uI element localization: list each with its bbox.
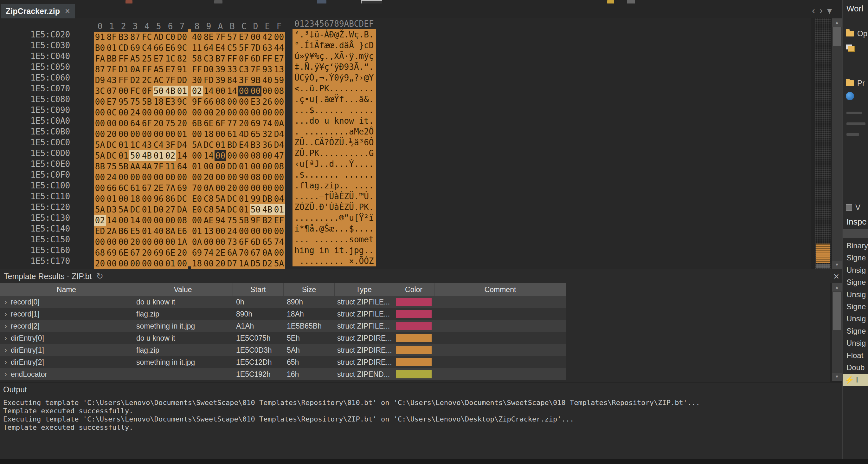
scroll-down-icon[interactable]: ▼ (832, 373, 842, 381)
column-header-start[interactable]: Start (233, 283, 284, 296)
hex-bytes[interactable]: 5ADC011C43C43FD45ADC01BDE4B336D4 (94, 137, 285, 148)
hex-ascii[interactable]: .flag.zip.. .... (292, 180, 376, 191)
column-header-comment[interactable]: Comment (434, 283, 566, 296)
workspace-tree-item-projects[interactable]: Pr (846, 79, 865, 88)
expand-icon[interactable]: › (4, 358, 7, 366)
tab-zipcracker[interactable]: ZipCracker.zip × (1, 4, 75, 19)
hex-bytes[interactable]: 877FD10AFFA5E791FFD03933C37F9313 (94, 61, 285, 72)
tab-scroll-right-icon[interactable]: › (819, 5, 823, 16)
hex-byte[interactable]: D7 (226, 258, 238, 269)
hex-ascii[interactable]: ZÜ.PK..........G (292, 148, 376, 158)
hex-bytes[interactable]: 5ADC01504B0102140014000000080047 (94, 148, 285, 158)
hex-ascii[interactable]: ‡.Ñ.ÿ¥ç‘ÿÐ93Ã.“. (292, 61, 376, 72)
hex-byte[interactable]: 5A (273, 258, 285, 269)
table-row[interactable]: ›endLocator1E5C192h16hstruct ZIPEND... (0, 368, 566, 380)
tab-scroll-left-icon[interactable]: ‹ (812, 5, 815, 16)
scroll-up-icon[interactable]: ▲ (832, 19, 842, 27)
hex-bytes[interactable]: FABBFFA525E71C8258C3B7FF0F6DFFE7 (94, 51, 285, 61)
table-row[interactable]: ›record[1]flag.zip890h18Ahstruct ZIPFILE… (0, 308, 566, 320)
hex-byte[interactable]: 00 (106, 258, 118, 269)
column-header-type[interactable]: Type (335, 283, 393, 296)
hex-ascii[interactable]: . .........aMe2Ô (292, 126, 376, 137)
inspector-row[interactable]: Unsig (843, 289, 868, 301)
hex-bytes[interactable]: 5AD35ADC01D027DAE0C85ADC01504B01 (94, 202, 285, 212)
hex-bytes[interactable]: 918FB387FCADC0D0408E7F57E7004200 (94, 29, 285, 40)
row-name-cell[interactable]: ›dirEntry[2] (0, 356, 133, 368)
hex-byte[interactable]: 20 (94, 258, 106, 269)
column-header-value[interactable]: Value (133, 283, 233, 296)
row-name-cell[interactable]: ›record[2] (0, 320, 133, 332)
hex-scroll-thumb[interactable] (833, 27, 841, 46)
inspector-row[interactable]: Binary (843, 240, 868, 252)
inspector-row[interactable]: Unsig (843, 337, 868, 349)
hex-bytes[interactable]: 000000200000001A0A0000736F6D6574 (94, 234, 285, 245)
hex-bytes[interactable]: D943FFD22CAC7FDD30FD39843F9B4059 (94, 72, 285, 83)
inspector-row[interactable]: Signe (843, 252, 868, 264)
scroll-down-icon[interactable]: ▼ (832, 261, 842, 269)
hex-ascii[interactable]: ‘.³‡ü-ÀÐ@Ž.Wç.B. (292, 29, 376, 40)
panel-tab-item[interactable]: V (846, 203, 860, 212)
hex-ascii[interactable]: ...do u know it. (292, 115, 376, 126)
hex-bytes[interactable]: 8B755BAA4A7F1164010000DD01000008 (94, 158, 285, 169)
workspace-tree-item-open-files[interactable]: Op (846, 29, 867, 38)
hex-bytes[interactable]: 021400140000000800AE94755B9FB2EF (94, 212, 285, 223)
hex-ascii[interactable]: í*¶å.@Šæ...$.... (292, 223, 376, 234)
inspector-row[interactable]: Float (843, 349, 868, 361)
hex-ascii[interactable]: hing in it.jpg.. (292, 245, 376, 256)
hex-bytes[interactable]: B001CD69C466E69C1164E4C55F7D6344 (94, 40, 285, 51)
expand-icon[interactable]: › (4, 297, 7, 306)
hex-byte[interactable]: 20 (215, 258, 226, 269)
row-name-cell[interactable]: ›record[0] (0, 296, 133, 308)
inspector-row[interactable]: Signe (843, 301, 868, 313)
hex-bytes[interactable]: 00240000000000000020000090080000 (94, 169, 285, 180)
hex-byte[interactable]: 00 (129, 258, 141, 269)
template-results-close-icon[interactable]: × (833, 271, 839, 281)
template-results-scrollbar[interactable]: ▲ ▼ (832, 283, 842, 381)
column-header-color[interactable]: Color (393, 283, 434, 296)
hex-ascii[interactable]: ZÜ..CÄ?ÔZÜ.½ä³6Ô (292, 137, 376, 148)
row-name-cell[interactable]: ›record[1] (0, 308, 133, 320)
hex-byte[interactable]: 1A (238, 258, 250, 269)
hex-byte[interactable]: 00 (118, 258, 129, 269)
hex-bytes[interactable]: 00010018009686DCE0C85ADC0199DB04 (94, 191, 285, 202)
hex-ascii[interactable]: °.ÍiÄfæœ.däÅ_}cD (292, 40, 376, 51)
hex-ascii[interactable]: ZÓZÜ.Ð'ÚàÈZÜ.PK. (292, 202, 376, 212)
hex-byte[interactable]: D5 (250, 258, 261, 269)
hex-byte[interactable]: 00 (203, 258, 215, 269)
hex-ascii[interactable]: ......... ×.ÕÒZ (292, 256, 376, 266)
table-row[interactable]: ›dirEntry[0]do u know it1E5C075h5Ehstruc… (0, 332, 566, 344)
hex-bytes[interactable]: 3C0700FC0F504B010214001400000008 (94, 83, 285, 94)
inspector-row[interactable]: Signe (843, 325, 868, 337)
hex-bytes[interactable]: ED2AB6E501408AE60113002400000000 (94, 223, 285, 234)
workspace-tree-item-zip-file[interactable] (846, 92, 857, 100)
expand-icon[interactable]: › (4, 334, 7, 342)
hex-ascii[interactable]: ú»ÿ¥%ç.‚XÃ·ÿ.mÿç (292, 51, 376, 61)
table-row[interactable]: ›dirEntry[1]flag.zip1E5C0D3h5Ahstruct ZI… (0, 344, 566, 356)
hex-ascii[interactable]: .....–†ÜàÈZÜ.™Û. (292, 191, 376, 202)
hex-bytes[interactable]: 00E795755B18E39C9F66080000E32600 (94, 94, 285, 105)
hex-ascii[interactable]: .$....... ...... (292, 169, 376, 180)
hex-bytes[interactable]: 000C0024000000000000200000000000 (94, 105, 285, 115)
inspector-selected-row[interactable]: ⚡ I (843, 374, 868, 386)
column-header-name[interactable]: Name (0, 283, 133, 296)
expand-icon[interactable]: › (4, 310, 7, 318)
table-row[interactable]: ›dirEntry[2]something in it.jpg1E5C12Dh6… (0, 356, 566, 368)
hex-byte[interactable]: 01 (164, 258, 176, 269)
hex-ascii[interactable]: .ç•u[.ãœŸf...ã&. (292, 94, 376, 105)
column-header-size[interactable]: Size (284, 283, 335, 296)
table-row[interactable]: ›record[0]do u know it0h890hstruct ZIPFI… (0, 296, 566, 308)
tab-close-icon[interactable]: × (65, 7, 70, 16)
inspector-row[interactable]: Unsig (843, 313, 868, 325)
expand-icon[interactable]: › (4, 322, 7, 330)
hex-byte[interactable]: 00 (141, 258, 153, 269)
workspace-tree-item-file[interactable] (846, 45, 855, 50)
hex-bytes[interactable]: 0020000000000001001800614D6532D4 (94, 126, 285, 137)
hex-bytes[interactable]: 68696E6720696E2069742E6A70670A00 (94, 245, 285, 256)
row-name-cell[interactable]: ›dirEntry[1] (0, 344, 133, 356)
row-name-cell[interactable]: ›dirEntry[0] (0, 332, 133, 344)
hex-byte[interactable]: D2 (261, 258, 273, 269)
inspector-row[interactable]: Unsig (843, 264, 868, 276)
hex-byte[interactable]: 00 (153, 258, 164, 269)
hex-ascii[interactable]: ‹u[ªJ..d...Ý.... (292, 158, 376, 169)
hex-byte[interactable]: 00 (176, 258, 188, 269)
